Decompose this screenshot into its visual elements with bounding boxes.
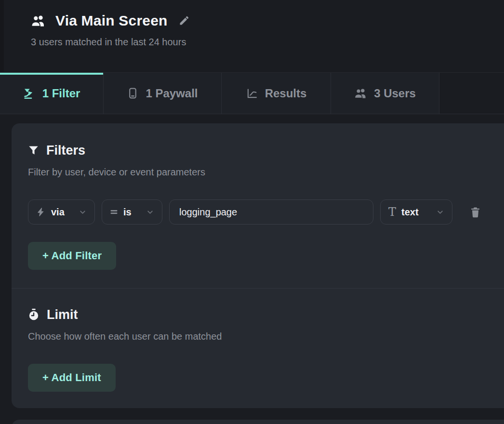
tab-label: 1 Filter bbox=[42, 87, 80, 100]
chevron-down-icon bbox=[436, 208, 444, 216]
filters-section: Filters Filter by user, device or event … bbox=[12, 123, 504, 288]
next-card-stub bbox=[12, 420, 504, 424]
left-edge-strip bbox=[0, 0, 4, 72]
lightning-icon bbox=[36, 207, 46, 217]
tab-paywall[interactable]: 1 Paywall bbox=[104, 73, 222, 114]
operator-dropdown[interactable]: is bbox=[102, 199, 162, 225]
page-title: Via Main Screen bbox=[55, 13, 168, 29]
chart-icon bbox=[246, 87, 258, 100]
stopwatch-icon bbox=[28, 308, 40, 321]
add-limit-button[interactable]: + Add Limit bbox=[28, 364, 116, 392]
match-summary: 3 users matched in the last 24 hours bbox=[31, 37, 504, 48]
limit-heading: Limit bbox=[28, 307, 497, 322]
segment-card: Filters Filter by user, device or event … bbox=[12, 123, 504, 408]
add-filter-button[interactable]: + Add Filter bbox=[28, 242, 116, 270]
phone-icon bbox=[127, 87, 139, 99]
tab-filter[interactable]: 1 Filter bbox=[0, 73, 104, 114]
title-row: Via Main Screen bbox=[31, 13, 504, 29]
chevron-down-icon bbox=[146, 208, 154, 216]
limit-subtitle: Choose how often each user can be matche… bbox=[28, 330, 497, 343]
tab-label: Results bbox=[265, 87, 307, 100]
chevron-down-icon bbox=[79, 208, 87, 216]
pencil-icon bbox=[178, 15, 190, 26]
equals-icon bbox=[110, 209, 118, 215]
field-dropdown[interactable]: via bbox=[28, 199, 95, 225]
filters-heading: Filters bbox=[28, 143, 497, 158]
filter-arrow-icon bbox=[23, 87, 36, 100]
delete-filter-button[interactable] bbox=[468, 205, 482, 219]
filters-subtitle: Filter by user, device or event paramete… bbox=[28, 166, 497, 178]
filter-row: via is bbox=[28, 199, 497, 225]
funnel-icon bbox=[28, 145, 39, 156]
users-icon bbox=[354, 88, 367, 99]
tab-bar-spacer bbox=[439, 73, 504, 114]
tab-bar: 1 Filter 1 Paywall Results bbox=[0, 72, 504, 114]
field-value: via bbox=[51, 207, 65, 218]
edit-title-button[interactable] bbox=[177, 14, 191, 27]
value-type-dropdown[interactable]: T text bbox=[380, 199, 452, 225]
section-title: Filters bbox=[46, 143, 85, 158]
tab-users[interactable]: 3 Users bbox=[331, 73, 439, 114]
tab-results[interactable]: Results bbox=[222, 73, 331, 114]
value-type: text bbox=[401, 207, 419, 218]
trash-icon bbox=[469, 206, 481, 218]
filter-value-input[interactable] bbox=[169, 199, 373, 225]
text-type-icon: T bbox=[388, 206, 396, 218]
users-icon bbox=[31, 14, 46, 27]
operator-value: is bbox=[123, 207, 132, 218]
tab-label: 1 Paywall bbox=[146, 87, 198, 100]
section-title: Limit bbox=[47, 307, 78, 322]
limit-section: Limit Choose how often each user can be … bbox=[12, 289, 504, 408]
tab-label: 3 Users bbox=[374, 87, 416, 100]
page-header: Via Main Screen 3 users matched in the l… bbox=[0, 0, 504, 72]
